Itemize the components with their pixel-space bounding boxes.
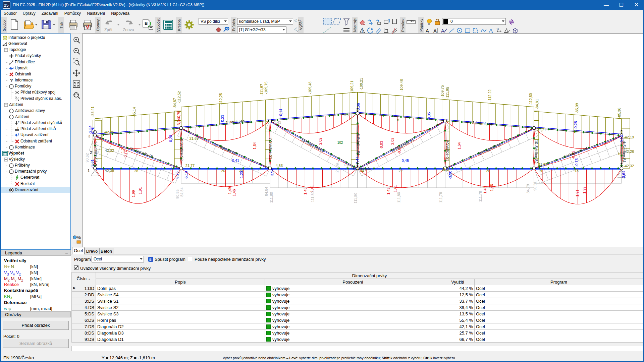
svg-text:1,41: 1,41	[310, 185, 314, 192]
svg-text:-109,48: -109,48	[399, 79, 404, 92]
svg-text:-3,90: -3,90	[448, 171, 452, 179]
svg-text:0,14: 0,14	[279, 109, 283, 116]
svg-text:-5,10: -5,10	[184, 171, 188, 179]
svg-text:1,46: 1,46	[490, 184, 494, 191]
svg-text:22: 22	[398, 169, 402, 173]
svg-text:1,46: 1,46	[232, 189, 236, 196]
svg-text:1,41: 1,41	[393, 185, 397, 192]
svg-text:-42,32: -42,32	[624, 164, 634, 168]
svg-text:14: 14	[574, 129, 578, 133]
svg-text:?: ?	[10, 78, 13, 83]
svg-text:28: 28	[134, 169, 138, 173]
svg-text:-84,87: -84,87	[173, 98, 177, 108]
svg-text:-111,95: -111,95	[445, 87, 449, 99]
svg-text:-21,77: -21,77	[184, 164, 195, 168]
svg-text:12,48: 12,48	[343, 163, 353, 167]
svg-text:1,64: 1,64	[457, 142, 461, 149]
svg-text:6-Svislice-S2: 6-Svislice-S2	[180, 139, 184, 161]
svg-text:11: 11	[496, 28, 499, 31]
svg-text:1: 1	[299, 22, 301, 25]
svg-text:-0,28: -0,28	[574, 121, 578, 129]
svg-text:3 (Horní pás: 3 (Horní pás	[472, 121, 493, 126]
svg-text:1,49: 1,49	[228, 187, 232, 194]
svg-text:-42,32: -42,32	[104, 148, 114, 153]
svg-text:1,99: 1,99	[131, 190, 136, 197]
svg-text:111,80: 111,80	[354, 193, 358, 203]
svg-text:-112,22: -112,22	[488, 89, 492, 102]
svg-text:-0,03: -0,03	[379, 141, 383, 149]
svg-text:1,20: 1,20	[239, 171, 244, 178]
svg-text:9-Svislice-S3: 9-Svislice-S3	[446, 140, 450, 161]
svg-text:16-Diagonála-D1: 16-Diagonála-D1	[563, 146, 588, 159]
svg-text:-0,05: -0,05	[427, 112, 431, 120]
svg-text:-112,52: -112,52	[177, 91, 181, 104]
svg-text:3,94: 3,94	[270, 169, 274, 176]
svg-text:-85,14: -85,14	[132, 107, 136, 117]
svg-text:1,91: 1,91	[138, 187, 142, 194]
svg-text:111,78: 111,78	[439, 192, 443, 203]
svg-text:-21,69: -21,69	[188, 136, 199, 140]
svg-text:7-Svislice-S3: 7-Svislice-S3	[269, 138, 273, 159]
svg-text:-109,48: -109,48	[308, 81, 312, 94]
svg-text:1,91: 1,91	[575, 189, 579, 196]
svg-text:8: 8	[397, 118, 399, 122]
svg-text:B: B	[145, 21, 148, 26]
svg-text:0,75: 0,75	[175, 171, 179, 178]
svg-text:111,80: 111,80	[397, 192, 401, 203]
svg-text:-3,61: -3,61	[622, 171, 626, 179]
svg-text:A: A	[426, 28, 429, 34]
svg-text:-0,41: -0,41	[231, 159, 239, 163]
svg-text:29,62: 29,62	[335, 163, 339, 173]
svg-text:-112,25: -112,25	[219, 93, 223, 106]
svg-text:111,80: 111,80	[269, 192, 273, 203]
svg-text:Ab: Ab	[77, 236, 81, 239]
svg-text:90,55: 90,55	[175, 189, 179, 199]
svg-text:-0,75: -0,75	[575, 158, 579, 167]
svg-text:84,84: 84,84	[264, 187, 268, 196]
svg-text:1,64: 1,64	[253, 142, 257, 149]
svg-text:-3,61: -3,61	[90, 159, 94, 168]
svg-text:2 Horní pás: 2 Horní pás	[225, 119, 245, 125]
svg-text:-3,06: -3,06	[356, 103, 360, 111]
svg-text:8-Svislice-S4: 8-Svislice-S4	[356, 134, 360, 155]
svg-text:-111,97: -111,97	[260, 84, 264, 96]
svg-text:19: 19	[538, 169, 542, 173]
svg-text:0,23: 0,23	[220, 115, 224, 122]
svg-text:111,78: 111,78	[478, 191, 482, 202]
svg-text:-109,75: -109,75	[264, 81, 268, 94]
svg-text:0,76: 0,76	[91, 127, 95, 134]
svg-text:-112,50: -112,50	[529, 93, 533, 106]
svg-text:0,28: 0,28	[169, 135, 173, 142]
svg-text:2: 2	[90, 150, 92, 155]
svg-text:5 Dolní pás: 5 Dolní pás	[353, 167, 371, 171]
svg-text:26: 26	[221, 169, 225, 173]
svg-text:-4,53: -4,53	[274, 164, 283, 168]
svg-text:111,80: 111,80	[311, 191, 315, 202]
svg-text:1,43: 1,43	[386, 187, 390, 194]
svg-text:-21,71: -21,71	[536, 128, 546, 132]
svg-text:-85,36: -85,36	[617, 108, 621, 118]
svg-text:-109,75: -109,75	[440, 85, 444, 98]
svg-text:21,3: 21,3	[442, 167, 449, 171]
svg-text:10-Svislice-S2: 10-Svislice-S2	[534, 140, 538, 164]
svg-text:F: F	[18, 121, 19, 124]
svg-text:-7,47: -7,47	[355, 157, 359, 165]
svg-text:-0,45: -0,45	[400, 159, 409, 163]
svg-text:1-Svislice-S1: 1-Svislice-S1	[94, 141, 98, 163]
svg-text:1,43: 1,43	[303, 187, 307, 194]
svg-text:A: A	[433, 28, 437, 34]
svg-text:102: 102	[337, 141, 343, 144]
svg-text:2,02: 2,02	[390, 137, 394, 144]
svg-text:-109,21: -109,21	[359, 78, 363, 90]
svg-text:-85,41: -85,41	[91, 106, 95, 117]
svg-text:-42,38: -42,38	[104, 169, 114, 173]
svg-text:84,79: 84,79	[526, 184, 530, 193]
svg-text:2,02: 2,02	[318, 137, 322, 144]
svg-text:16: 16	[618, 152, 622, 156]
svg-text:0,75: 0,75	[177, 111, 181, 118]
svg-text:12,94: 12,94	[343, 113, 353, 117]
svg-text:3: 3	[88, 134, 90, 138]
svg-text:1: 1	[88, 169, 90, 173]
svg-text:A: A	[441, 28, 444, 34]
svg-text:1,43: 1,43	[274, 120, 281, 124]
